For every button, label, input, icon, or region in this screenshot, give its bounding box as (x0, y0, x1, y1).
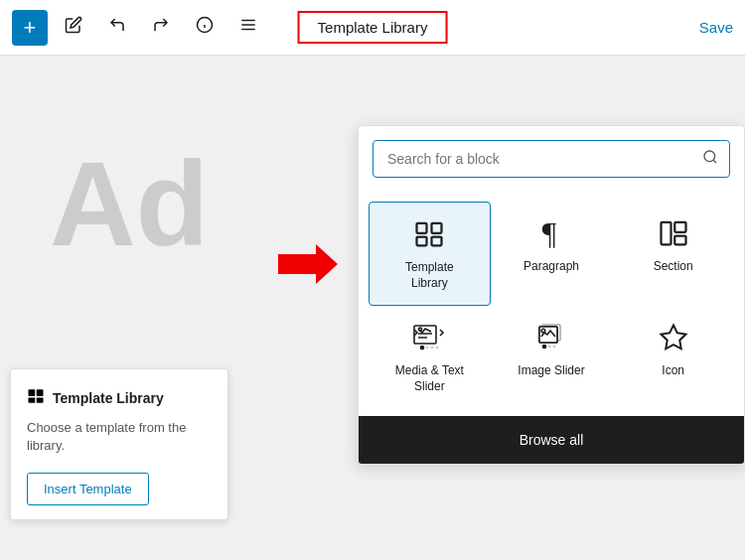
save-button[interactable]: Save (699, 19, 733, 36)
block-label-template-library: TemplateLibrary (405, 260, 454, 291)
search-input[interactable] (372, 140, 730, 178)
svg-rect-16 (432, 237, 442, 246)
search-area (359, 126, 744, 188)
svg-point-26 (426, 347, 429, 350)
menu-icon (239, 16, 257, 39)
svg-marker-10 (278, 244, 338, 284)
redo-icon (152, 16, 170, 39)
block-label-icon: Icon (662, 363, 684, 379)
undo-icon (108, 16, 126, 39)
info-panel: Template Library Choose a template from … (10, 368, 228, 520)
svg-rect-8 (29, 397, 36, 402)
icon-block-icon (659, 320, 688, 355)
search-wrapper (372, 140, 730, 178)
block-item-section[interactable]: Section (612, 202, 734, 306)
svg-rect-6 (29, 389, 36, 396)
svg-point-11 (704, 151, 715, 162)
insert-template-button[interactable]: Insert Template (27, 473, 149, 505)
svg-rect-15 (417, 237, 427, 246)
block-item-template-library[interactable]: TemplateLibrary (369, 202, 491, 306)
svg-point-36 (552, 346, 555, 349)
block-item-media-text-slider[interactable]: Media & TextSlider (369, 306, 491, 408)
block-label-paragraph: Paragraph (523, 259, 579, 275)
info-icon (196, 16, 214, 39)
svg-rect-13 (417, 223, 427, 233)
block-grid: TemplateLibrary ¶ Paragraph (359, 188, 744, 416)
block-item-paragraph[interactable]: ¶ Paragraph (491, 202, 613, 306)
svg-rect-9 (37, 397, 44, 402)
toolbar: + Template Library Save (0, 0, 745, 56)
svg-rect-20 (674, 236, 685, 245)
main-content: Ad Template Library Choose a template fr… (0, 56, 745, 560)
svg-rect-19 (674, 222, 685, 232)
image-slider-icon (535, 320, 567, 355)
search-icon (702, 149, 718, 169)
media-text-slider-icon (413, 320, 445, 355)
section-icon (659, 215, 688, 251)
svg-rect-18 (661, 222, 670, 245)
svg-point-27 (431, 347, 434, 350)
block-item-image-slider[interactable]: Image Slider (491, 306, 613, 408)
bg-text: Ad (50, 135, 209, 272)
block-label-image-slider: Image Slider (518, 363, 584, 379)
undo-button[interactable] (99, 10, 135, 46)
block-item-icon[interactable]: Icon (612, 306, 734, 408)
edit-icon (65, 16, 82, 39)
redo-button[interactable] (143, 10, 179, 46)
menu-button[interactable] (230, 10, 266, 46)
add-block-button[interactable]: + (12, 10, 48, 46)
browse-all-button[interactable]: Browse all (359, 416, 744, 464)
svg-point-24 (419, 328, 422, 331)
edit-button[interactable] (56, 10, 91, 46)
template-library-icon (414, 216, 444, 252)
template-library-title[interactable]: Template Library (298, 11, 448, 44)
svg-marker-37 (661, 326, 685, 350)
block-label-media-text-slider: Media & TextSlider (395, 363, 464, 394)
svg-line-12 (713, 160, 716, 163)
block-picker-dropdown: TemplateLibrary ¶ Paragraph (358, 125, 745, 465)
svg-point-25 (421, 347, 424, 350)
svg-rect-7 (37, 389, 44, 396)
red-arrow-indicator (278, 244, 338, 291)
info-panel-title: Template Library (53, 390, 164, 406)
block-label-section: Section (654, 259, 693, 275)
svg-point-34 (542, 346, 545, 349)
plus-icon: + (24, 15, 37, 41)
info-panel-description: Choose a template from the library. (27, 419, 212, 455)
svg-point-28 (436, 347, 439, 350)
svg-point-35 (547, 346, 550, 349)
svg-rect-14 (432, 223, 442, 233)
info-button[interactable] (187, 10, 223, 46)
paragraph-icon: ¶ (537, 215, 565, 251)
svg-text:¶: ¶ (542, 217, 557, 249)
info-panel-header: Template Library (27, 387, 212, 409)
template-library-panel-icon (27, 387, 45, 409)
